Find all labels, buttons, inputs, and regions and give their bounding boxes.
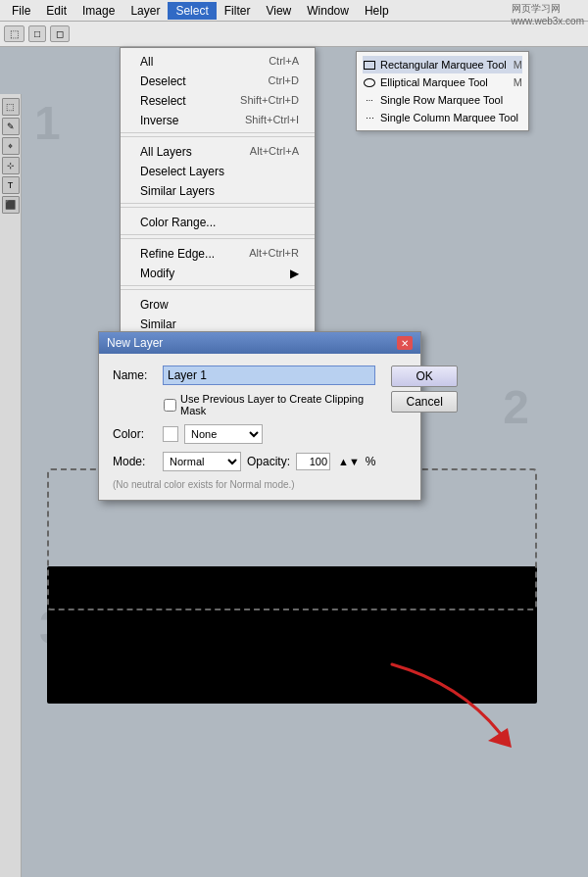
dialog-ok-button[interactable]: OK (391, 365, 457, 387)
menu-help[interactable]: Help (357, 2, 397, 20)
lt-btn-5[interactable]: T (2, 176, 20, 194)
menu-inverse[interactable]: Inverse Shift+Ctrl+I (121, 111, 315, 130)
dialog-name-row: Name: (113, 365, 375, 385)
menu-color-range[interactable]: Color Range... (121, 213, 315, 232)
single-col-icon: ⋮ (363, 111, 376, 124)
dialog-body: Name: Use Previous Layer to Create Clipp… (99, 354, 420, 500)
lt-btn-3[interactable]: ⌖ (2, 137, 20, 155)
dialog-color-label: Color: (113, 427, 157, 441)
watermark: 网页学习网 www.web3x.com (512, 2, 584, 26)
menu-modify-arrow: ▶ (290, 267, 299, 280)
dialog-close-button[interactable]: ✕ (397, 336, 413, 350)
main-area: ⬚ ✎ ⌖ ⊹ T ⬛ 1 All Ctrl+A Deselect Ctrl+D… (0, 47, 588, 877)
rect-marquee-icon (363, 58, 376, 72)
menu-view[interactable]: View (258, 2, 299, 20)
lt-btn-1[interactable]: ⬚ (2, 98, 20, 116)
menu-reselect-label: Reselect (140, 94, 186, 108)
tool-single-col[interactable]: ⋮ Single Column Marquee Tool (363, 109, 522, 126)
menu-grow-label: Grow (140, 298, 169, 312)
dialog-checkbox-row: Use Previous Layer to Create Clipping Ma… (164, 393, 375, 416)
menu-all-layers-shortcut: Alt+Ctrl+A (250, 145, 299, 159)
dialog-mode-select[interactable]: Normal (163, 452, 241, 471)
toolbar: ⬚ □ ◻ (0, 22, 588, 47)
dialog-name-input[interactable] (163, 365, 375, 385)
menu-file[interactable]: File (4, 2, 38, 20)
menu-select[interactable]: Select (168, 2, 216, 20)
dialog-color-select[interactable]: None (184, 424, 263, 444)
menu-modify[interactable]: Modify ▶ (121, 264, 315, 283)
arrow-container (372, 655, 529, 753)
menu-inverse-shortcut: Shift+Ctrl+I (245, 114, 299, 127)
menu-similar-layers[interactable]: Similar Layers (121, 181, 315, 201)
menu-layer[interactable]: Layer (122, 2, 168, 20)
tool-panel: Rectangular Marquee Tool M Elliptical Ma… (356, 51, 529, 131)
dialog-color-row: Color: None (113, 424, 375, 444)
dialog-title: New Layer (107, 336, 163, 350)
menu-reselect[interactable]: Reselect Shift+Ctrl+D (121, 91, 315, 111)
lt-btn-2[interactable]: ✎ (2, 118, 20, 135)
menu-bar: File Edit Image Layer Select Filter View… (0, 0, 588, 22)
menu-filter[interactable]: Filter (217, 2, 259, 20)
tool-single-row[interactable]: ··· Single Row Marquee Tool (363, 91, 522, 109)
arrow-svg (372, 655, 529, 753)
dialog-cancel-button[interactable]: Cancel (391, 391, 457, 413)
menu-section-3: Color Range... (121, 211, 315, 235)
clipping-mask-label: Use Previous Layer to Create Clipping Ma… (180, 393, 375, 416)
tool-ellipse-marquee[interactable]: Elliptical Marquee Tool M (363, 73, 522, 91)
dialog-note: (No neutral color exists for Normal mode… (113, 479, 375, 490)
menu-color-range-label: Color Range... (140, 216, 216, 229)
menu-grow[interactable]: Grow (121, 295, 315, 315)
tool-rect-label: Rectangular Marquee Tool (380, 59, 510, 71)
menu-inverse-label: Inverse (140, 114, 178, 127)
tool-ellipse-label: Elliptical Marquee Tool (380, 76, 510, 88)
dialog-mode-label: Mode: (113, 455, 157, 468)
menu-similar-label: Similar (140, 317, 176, 331)
ellipse-marquee-icon (363, 75, 376, 89)
lt-btn-6[interactable]: ⬛ (2, 196, 20, 214)
menu-section-1: All Ctrl+A Deselect Ctrl+D Reselect Shif… (121, 50, 315, 133)
menu-window[interactable]: Window (299, 2, 357, 20)
menu-section-2: All Layers Alt+Ctrl+A Deselect Layers Si… (121, 140, 315, 204)
color-preview (163, 426, 178, 442)
menu-deselect-label: Deselect (140, 74, 186, 88)
toolbar-btn2[interactable]: □ (28, 25, 46, 42)
tool-col-label: Single Column Marquee Tool (380, 112, 518, 123)
menu-refine-edge-shortcut: Alt+Ctrl+R (249, 247, 299, 261)
menu-all-shortcut: Ctrl+A (269, 55, 299, 69)
menu-section-4: Refine Edge... Alt+Ctrl+R Modify ▶ (121, 242, 315, 286)
single-row-icon: ··· (363, 93, 376, 107)
menu-deselect-shortcut: Ctrl+D (269, 74, 299, 88)
clipping-mask-checkbox[interactable] (164, 399, 176, 412)
menu-edit[interactable]: Edit (38, 2, 74, 20)
new-layer-dialog: New Layer ✕ Name: Use Previous Layer to … (98, 331, 421, 501)
step-1: 1 (34, 96, 61, 150)
menu-deselect-layers-label: Deselect Layers (140, 165, 224, 178)
toolbar-feather[interactable]: ⬚ (4, 25, 24, 42)
tool-row-label: Single Row Marquee Tool (380, 94, 518, 106)
dialog-buttons: OK Cancel (391, 365, 457, 490)
opacity-unit: % (366, 455, 376, 468)
dialog-titlebar: New Layer ✕ (99, 332, 420, 354)
menu-refine-edge[interactable]: Refine Edge... Alt+Ctrl+R (121, 244, 315, 264)
menu-all-layers-label: All Layers (140, 145, 192, 159)
menu-all[interactable]: All Ctrl+A (121, 52, 315, 72)
menu-deselect[interactable]: Deselect Ctrl+D (121, 72, 315, 91)
menu-deselect-layers[interactable]: Deselect Layers (121, 162, 315, 181)
step-2: 2 (503, 380, 529, 434)
dialog-name-label: Name: (113, 368, 157, 382)
tool-rect-key: M (514, 59, 522, 71)
menu-image[interactable]: Image (74, 2, 122, 20)
lt-btn-4[interactable]: ⊹ (2, 157, 20, 174)
menu-all-layers[interactable]: All Layers Alt+Ctrl+A (121, 142, 315, 162)
left-toolbar: ⬚ ✎ ⌖ ⊹ T ⬛ (0, 94, 22, 877)
dialog-opacity-input[interactable] (296, 453, 330, 470)
menu-similar-layers-label: Similar Layers (140, 184, 215, 198)
dialog-opacity-label: Opacity: (247, 455, 290, 468)
stepper-icon[interactable]: ▲▼ (338, 456, 360, 467)
menu-reselect-shortcut: Shift+Ctrl+D (240, 94, 299, 108)
tool-ellipse-key: M (514, 76, 522, 88)
toolbar-btn3[interactable]: ◻ (50, 25, 70, 42)
tool-rect-marquee[interactable]: Rectangular Marquee Tool M (363, 56, 522, 73)
menu-refine-edge-label: Refine Edge... (140, 247, 215, 261)
menu-modify-label: Modify (140, 267, 174, 280)
